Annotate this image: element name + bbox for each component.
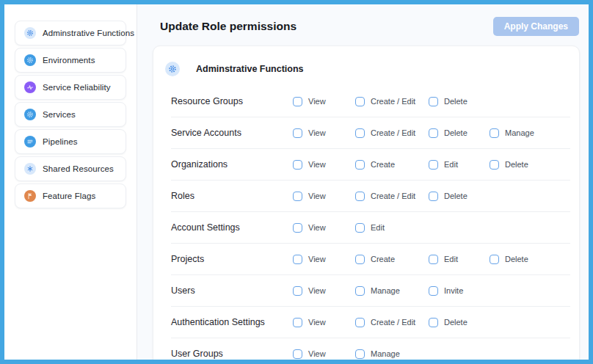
sidebar-item-environments[interactable]: Environments (15, 48, 126, 73)
permission-option-edit[interactable]: Edit (355, 223, 429, 233)
sidebar-item-label: Pipelines (43, 137, 78, 146)
checkbox-view[interactable] (293, 286, 302, 296)
checkbox-edit[interactable] (429, 160, 438, 170)
app-window: Adminstrative FunctionsEnvironmentsServi… (0, 0, 593, 364)
sidebar-item-label: Environments (43, 56, 95, 65)
sidebar-item-label: Services (43, 110, 76, 119)
permission-option-delete[interactable]: Delete (429, 318, 490, 327)
main-panel: Update Role permissions Apply Changes Ad… (137, 4, 589, 360)
permission-option-view[interactable]: View (293, 128, 355, 138)
permission-option-delete[interactable]: Delete (429, 128, 490, 138)
checkbox-label: Create (371, 255, 395, 263)
checkbox-label: Delete (505, 160, 528, 169)
permission-option-view[interactable]: View (293, 97, 355, 106)
permissions-card-title: Adminstrative Functions (196, 64, 304, 74)
checkbox-create[interactable] (355, 160, 365, 170)
checkbox-view[interactable] (293, 255, 302, 264)
permission-row-organizations: OrganizationsViewCreateEditDelete (171, 149, 570, 181)
gear-icon (24, 54, 36, 66)
sidebar-item-service-reliability[interactable]: Service Reliability (15, 75, 126, 100)
checkbox-label: Edit (444, 255, 458, 263)
sidebar-item-services[interactable]: Services (15, 102, 126, 127)
checkbox-view[interactable] (293, 349, 302, 359)
checkbox-delete[interactable] (490, 160, 499, 170)
permission-option-view[interactable]: View (293, 160, 355, 170)
checkbox-label: Delete (444, 128, 468, 137)
permission-option-create-edit[interactable]: Create / Edit (355, 318, 429, 327)
permission-option-edit[interactable]: Edit (429, 160, 490, 170)
checkbox-label: Manage (505, 128, 534, 137)
checkbox-create-edit[interactable] (355, 128, 365, 138)
permissions-card-header: Adminstrative Functions (153, 46, 579, 86)
resource-name: Authentication Settings (171, 317, 293, 327)
checkbox-create[interactable] (355, 255, 365, 264)
checkbox-view[interactable] (293, 192, 302, 201)
checkbox-edit[interactable] (429, 255, 438, 264)
sidebar-item-label: Adminstrative Functions (43, 29, 134, 37)
checkbox-view[interactable] (293, 318, 302, 327)
checkbox-delete[interactable] (429, 97, 438, 106)
checkbox-manage[interactable] (490, 128, 499, 138)
checkbox-label: View (308, 286, 326, 295)
checkbox-view[interactable] (293, 97, 302, 106)
permission-option-view[interactable]: View (293, 286, 355, 296)
permission-row-users: UsersViewManageInvite (171, 275, 570, 307)
pipeline-icon (24, 136, 36, 148)
permission-option-delete[interactable]: Delete (429, 97, 490, 106)
permission-option-create[interactable]: Create (355, 255, 429, 264)
sidebar-item-label: Feature Flags (43, 192, 95, 200)
permission-option-view[interactable]: View (293, 192, 355, 201)
sidebar-item-feature-flags[interactable]: Feature Flags (15, 183, 126, 208)
permissions-card: Adminstrative Functions Resource GroupsV… (153, 46, 580, 360)
sidebar-item-shared-resources[interactable]: Shared Resources (15, 156, 126, 181)
checkbox-label: Create / Edit (371, 97, 415, 106)
resource-name: Roles (171, 191, 293, 201)
checkbox-delete[interactable] (490, 255, 499, 264)
checkbox-label: Create / Edit (371, 128, 415, 137)
permission-option-edit[interactable]: Edit (429, 255, 490, 264)
checkbox-create-edit[interactable] (355, 318, 365, 327)
permission-row-service-accounts: Service AccountsViewCreate / EditDeleteM… (171, 117, 570, 149)
checkbox-label: Edit (444, 160, 458, 169)
permission-option-view[interactable]: View (293, 223, 355, 233)
permission-option-delete[interactable]: Delete (490, 160, 570, 170)
checkbox-delete[interactable] (429, 192, 438, 201)
permission-option-manage[interactable]: Manage (355, 349, 429, 359)
checkbox-label: Delete (505, 255, 528, 263)
checkbox-invite[interactable] (429, 286, 438, 296)
permission-option-manage[interactable]: Manage (490, 128, 570, 138)
permission-option-create-edit[interactable]: Create / Edit (355, 97, 429, 106)
checkbox-label: View (308, 128, 326, 137)
checkbox-create-edit[interactable] (355, 97, 365, 106)
checkbox-view[interactable] (293, 223, 302, 233)
permission-row-account-settings: Account SettingsViewEdit (171, 212, 570, 244)
checkbox-view[interactable] (293, 128, 302, 138)
checkbox-manage[interactable] (355, 286, 365, 296)
checkbox-label: View (308, 255, 326, 263)
permission-option-delete[interactable]: Delete (429, 192, 490, 201)
permission-option-create-edit[interactable]: Create / Edit (355, 192, 429, 201)
permission-option-create[interactable]: Create (355, 160, 429, 170)
permission-option-view[interactable]: View (293, 255, 355, 264)
checkbox-edit[interactable] (355, 223, 365, 233)
permission-option-invite[interactable]: Invite (429, 286, 490, 296)
gear-icon (24, 109, 36, 120)
checkbox-manage[interactable] (355, 349, 365, 359)
gear-icon (165, 62, 180, 76)
sidebar-item-adminstrative-functions[interactable]: Adminstrative Functions (15, 21, 126, 46)
apply-changes-button[interactable]: Apply Changes (493, 17, 579, 36)
checkbox-label: Manage (371, 286, 400, 295)
permission-row-roles: RolesViewCreate / EditDelete (171, 181, 570, 212)
permission-option-delete[interactable]: Delete (490, 255, 570, 264)
checkbox-delete[interactable] (429, 318, 438, 327)
checkbox-label: View (308, 223, 326, 232)
permission-option-create-edit[interactable]: Create / Edit (355, 128, 429, 138)
checkbox-view[interactable] (293, 160, 302, 170)
checkbox-create-edit[interactable] (355, 192, 365, 201)
permission-option-view[interactable]: View (293, 318, 355, 327)
sidebar-item-pipelines[interactable]: Pipelines (15, 129, 126, 154)
permission-option-manage[interactable]: Manage (355, 286, 429, 296)
checkbox-delete[interactable] (429, 128, 438, 138)
permission-option-view[interactable]: View (293, 349, 355, 359)
resource-name: Projects (171, 254, 293, 264)
